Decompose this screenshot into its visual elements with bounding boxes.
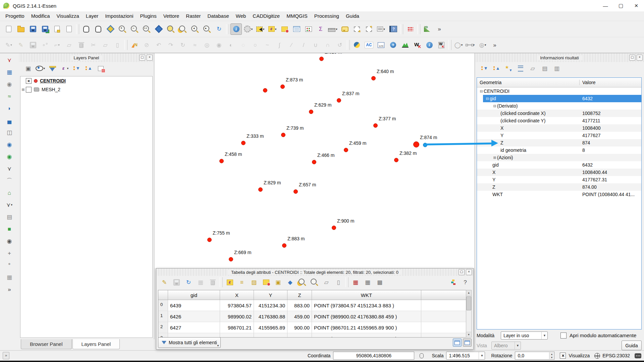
select-features-icon[interactable]: ▾ [255,23,266,35]
float-panel-button[interactable]: ▢ [629,55,635,61]
field-abacus-icon[interactable] [303,23,314,35]
current-edits-icon[interactable]: ✎▾ [3,39,14,51]
map-point[interactable] [280,84,285,89]
zoom-native-icon[interactable]: 1:1 [141,23,152,35]
dock-hook-icon[interactable]: ⌒ [4,175,15,186]
auto-complete-icon[interactable] [363,39,375,51]
column-valore[interactable]: Valore [580,80,595,85]
map-point[interactable] [309,110,313,114]
map-point[interactable] [332,226,336,230]
save-project-icon[interactable] [27,23,39,35]
info-circle-icon[interactable] [424,39,435,51]
messages-bubble-icon[interactable] [635,353,641,358]
identify-marker-point[interactable] [423,143,427,147]
table-row[interactable]: 06439973804.574151234.30883.00POINT (973… [158,300,467,311]
mode-combo[interactable]: Layer in uso ▼ [501,331,548,340]
expander-icon[interactable]: ⊞ [492,156,497,160]
map-point[interactable] [373,123,378,128]
row-number-header[interactable] [158,290,168,300]
table-view-icon[interactable]: ▦ [195,277,206,288]
select-all-icon[interactable]: ≡ [236,277,248,288]
scroll-thumb[interactable] [466,296,471,310]
remove-layer-icon[interactable] [95,63,106,74]
delete-part-icon[interactable]: ○ [250,39,261,51]
scale-combo[interactable]: 1:496.515 ▼ [446,352,485,360]
undo-edit-icon[interactable]: ↶ [153,39,164,51]
organize-columns-icon[interactable] [447,277,459,288]
result-row[interactable]: X1008400 [477,124,641,132]
column-header-wkt[interactable]: WKT [312,290,421,300]
auto-open-checkbox[interactable] [560,333,567,339]
result-row[interactable]: ⊟CENTROIDI [477,87,641,95]
filter-features-button[interactable]: Mostra tutti gli elementi ▼ [158,337,221,348]
menu-item-web[interactable]: Web [232,11,250,21]
dock-overflow-icon[interactable]: » [4,284,15,295]
delete-column-icon[interactable]: ▦ [350,277,361,288]
number-grid-icon[interactable] [375,39,387,51]
move-feature-icon[interactable]: ▱ [63,39,75,51]
terrain-area-icon[interactable] [399,39,411,51]
profile-2d-icon[interactable] [422,23,433,35]
open-project-icon[interactable] [15,23,26,35]
delete-features-icon[interactable] [207,277,218,288]
result-row[interactable]: ⊟(Derivato) [477,102,641,110]
float-panel-button[interactable]: ▢ [459,269,465,275]
map-point[interactable] [229,257,233,261]
cad-n-tool-icon[interactable] [129,39,140,51]
menu-item-layer[interactable]: Layer [83,11,102,21]
result-row[interactable]: ⊟gid6432 [477,95,641,102]
dock-move-cross-icon[interactable]: + [4,247,15,259]
add-feature-icon[interactable]: ∘° [39,39,51,51]
column-geometria[interactable]: Geometria [477,80,580,85]
expander-icon[interactable]: ⊞ [20,87,26,92]
dock-v-nodes-menu-icon[interactable]: ⋎▾ [4,199,15,210]
conditional-format-icon[interactable]: ▩ [374,277,385,288]
pan-map-icon[interactable] [93,23,104,35]
maximize-button[interactable]: ▢ [613,0,629,11]
map-point[interactable] [337,98,341,103]
map-point[interactable] [371,76,376,80]
result-row[interactable]: X1008400.44 [477,169,641,176]
dock-pin-small-icon[interactable]: ° [4,259,15,271]
collapse-all-icon[interactable] [83,63,94,74]
split-features-icon[interactable]: / [298,39,309,51]
dock-add-pin-icon[interactable]: ◉ [4,78,15,90]
result-row[interactable]: Z874.00 [477,183,641,191]
add-group-icon[interactable]: ▣ [22,63,34,74]
table-view-button[interactable] [463,339,472,347]
layer-visibility-checkbox[interactable] [26,87,32,93]
node-tool-icon[interactable]: ⌐▾ [51,39,63,51]
zoom-last-icon[interactable]: ◂ [189,23,201,35]
menu-item-database[interactable]: Database [204,11,232,21]
form-view-button[interactable] [453,339,462,347]
result-row[interactable]: WKTPOINT (1008400.44 41... [477,191,641,198]
wkt-tool-icon[interactable] [412,39,423,51]
selected-map-point[interactable] [413,141,419,147]
table-help-icon[interactable]: ? [460,277,471,288]
spin-down-icon[interactable]: ▼ [549,356,554,359]
close-panel-button[interactable]: × [147,55,153,61]
result-row[interactable]: Y4177627.31 [477,176,641,183]
scroll-up-icon[interactable]: ▲ [466,290,471,296]
map-canvas[interactable]: Z:625 mZ:640 mZ:873 mZ:837 mZ:629 mZ:377… [155,53,474,268]
composer-manager-icon[interactable] [63,23,75,35]
map-point[interactable] [312,160,316,164]
map-tips-icon[interactable] [339,23,351,35]
expander-icon[interactable]: ⊟ [479,89,484,94]
copy-cells-icon[interactable]: ▱ [321,277,332,288]
map-point[interactable] [219,159,224,163]
result-row[interactable]: gid6432 [477,161,641,169]
dock-globe-q-icon[interactable]: ◉ [4,235,15,247]
result-row[interactable]: ⊞(Azioni) [477,154,641,161]
dock-3d-box-icon[interactable]: ◫ [4,127,15,138]
pan-to-selected-icon[interactable] [297,277,308,288]
rotate-feature-icon[interactable]: ↻ [177,39,189,51]
menu-item-impostazioni[interactable]: Impostazioni [102,11,137,21]
float-panel-button[interactable]: ▢ [139,55,145,61]
print-results-icon[interactable]: ▥ [551,63,562,74]
globe-crosshair-icon[interactable] [387,39,399,51]
menu-item-guida[interactable]: Guida [342,11,363,21]
map-point[interactable] [319,57,324,61]
column-header-y[interactable]: Y [254,290,287,300]
menu-item-processing[interactable]: Processing [311,11,342,21]
